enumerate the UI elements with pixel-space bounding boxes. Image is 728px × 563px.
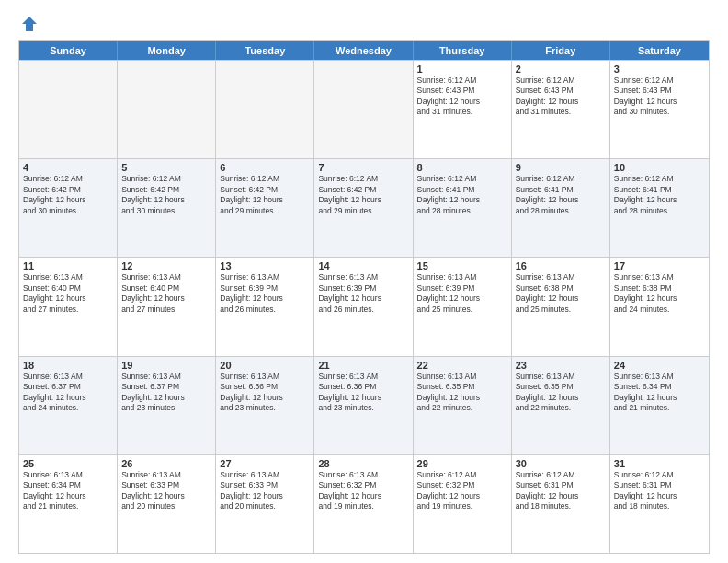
calendar-body: 1Sunrise: 6:12 AM Sunset: 6:43 PM Daylig…	[19, 60, 709, 553]
day-info: Sunrise: 6:12 AM Sunset: 6:32 PM Dayligh…	[417, 470, 507, 512]
page: SundayMondayTuesdayWednesdayThursdayFrid…	[0, 0, 728, 563]
calendar-cell: 18Sunrise: 6:13 AM Sunset: 6:37 PM Dayli…	[19, 357, 118, 454]
header-day-monday: Monday	[118, 41, 216, 60]
calendar-cell: 15Sunrise: 6:13 AM Sunset: 6:39 PM Dayli…	[414, 258, 512, 355]
day-info: Sunrise: 6:13 AM Sunset: 6:35 PM Dayligh…	[417, 372, 507, 414]
day-info: Sunrise: 6:13 AM Sunset: 6:32 PM Dayligh…	[318, 470, 408, 512]
calendar-cell	[19, 61, 118, 158]
calendar-cell	[118, 61, 216, 158]
day-info: Sunrise: 6:13 AM Sunset: 6:37 PM Dayligh…	[121, 372, 211, 414]
day-number: 2	[516, 63, 606, 75]
day-info: Sunrise: 6:13 AM Sunset: 6:40 PM Dayligh…	[121, 272, 211, 315]
logo	[18, 15, 39, 33]
day-number: 6	[220, 162, 310, 173]
day-info: Sunrise: 6:13 AM Sunset: 6:39 PM Dayligh…	[417, 272, 507, 315]
day-number: 23	[516, 360, 606, 371]
header-day-wednesday: Wednesday	[314, 41, 413, 60]
day-number: 18	[23, 360, 113, 371]
calendar-cell: 6Sunrise: 6:12 AM Sunset: 6:42 PM Daylig…	[216, 159, 314, 257]
day-number: 1	[417, 63, 507, 75]
day-number: 9	[516, 162, 606, 173]
calendar-cell: 14Sunrise: 6:13 AM Sunset: 6:39 PM Dayli…	[314, 258, 413, 355]
day-info: Sunrise: 6:12 AM Sunset: 6:43 PM Dayligh…	[516, 75, 606, 118]
day-number: 24	[614, 360, 705, 371]
logo-icon	[20, 15, 39, 33]
calendar-cell: 29Sunrise: 6:12 AM Sunset: 6:32 PM Dayli…	[414, 455, 512, 553]
header-day-tuesday: Tuesday	[216, 41, 314, 60]
day-info: Sunrise: 6:12 AM Sunset: 6:41 PM Dayligh…	[516, 174, 606, 216]
calendar-cell: 12Sunrise: 6:13 AM Sunset: 6:40 PM Dayli…	[118, 258, 216, 355]
calendar: SundayMondayTuesdayWednesdayThursdayFrid…	[18, 40, 710, 554]
day-number: 7	[318, 162, 408, 173]
calendar-cell: 11Sunrise: 6:13 AM Sunset: 6:40 PM Dayli…	[19, 258, 118, 355]
day-info: Sunrise: 6:12 AM Sunset: 6:43 PM Dayligh…	[417, 75, 507, 118]
day-info: Sunrise: 6:12 AM Sunset: 6:43 PM Dayligh…	[614, 75, 705, 118]
day-number: 17	[614, 260, 705, 271]
calendar-cell: 9Sunrise: 6:12 AM Sunset: 6:41 PM Daylig…	[512, 159, 610, 257]
calendar-cell: 16Sunrise: 6:13 AM Sunset: 6:38 PM Dayli…	[512, 258, 610, 355]
day-info: Sunrise: 6:13 AM Sunset: 6:36 PM Dayligh…	[220, 372, 310, 414]
day-number: 3	[614, 63, 705, 75]
day-number: 26	[121, 458, 211, 469]
day-info: Sunrise: 6:13 AM Sunset: 6:36 PM Dayligh…	[318, 372, 408, 414]
day-info: Sunrise: 6:13 AM Sunset: 6:35 PM Dayligh…	[516, 372, 606, 414]
calendar-cell: 1Sunrise: 6:12 AM Sunset: 6:43 PM Daylig…	[414, 61, 512, 158]
calendar-cell: 13Sunrise: 6:13 AM Sunset: 6:39 PM Dayli…	[216, 258, 314, 355]
day-number: 4	[23, 162, 113, 173]
day-info: Sunrise: 6:12 AM Sunset: 6:31 PM Dayligh…	[614, 470, 705, 512]
calendar-cell: 19Sunrise: 6:13 AM Sunset: 6:37 PM Dayli…	[118, 357, 216, 454]
calendar-week-2: 11Sunrise: 6:13 AM Sunset: 6:40 PM Dayli…	[19, 257, 709, 355]
calendar-cell: 25Sunrise: 6:13 AM Sunset: 6:34 PM Dayli…	[19, 455, 118, 553]
day-number: 30	[516, 458, 606, 469]
day-number: 29	[417, 458, 507, 469]
svg-marker-0	[22, 17, 37, 31]
header-day-friday: Friday	[512, 41, 610, 60]
day-info: Sunrise: 6:12 AM Sunset: 6:42 PM Dayligh…	[23, 174, 113, 216]
day-info: Sunrise: 6:12 AM Sunset: 6:41 PM Dayligh…	[417, 174, 507, 216]
day-number: 12	[121, 260, 211, 271]
calendar-cell	[314, 61, 413, 158]
day-number: 15	[417, 260, 507, 271]
day-info: Sunrise: 6:13 AM Sunset: 6:39 PM Dayligh…	[318, 272, 408, 315]
day-info: Sunrise: 6:12 AM Sunset: 6:42 PM Dayligh…	[121, 174, 211, 216]
day-number: 10	[614, 162, 705, 173]
day-number: 5	[121, 162, 211, 173]
calendar-cell: 10Sunrise: 6:12 AM Sunset: 6:41 PM Dayli…	[610, 159, 709, 257]
header	[18, 15, 710, 33]
calendar-cell: 20Sunrise: 6:13 AM Sunset: 6:36 PM Dayli…	[216, 357, 314, 454]
day-info: Sunrise: 6:13 AM Sunset: 6:39 PM Dayligh…	[220, 272, 310, 315]
calendar-week-3: 18Sunrise: 6:13 AM Sunset: 6:37 PM Dayli…	[19, 356, 709, 454]
day-number: 25	[23, 458, 113, 469]
day-info: Sunrise: 6:12 AM Sunset: 6:42 PM Dayligh…	[220, 174, 310, 216]
calendar-cell: 28Sunrise: 6:13 AM Sunset: 6:32 PM Dayli…	[314, 455, 413, 553]
calendar-cell	[216, 61, 314, 158]
day-number: 21	[318, 360, 408, 371]
calendar-week-0: 1Sunrise: 6:12 AM Sunset: 6:43 PM Daylig…	[19, 60, 709, 158]
calendar-cell: 27Sunrise: 6:13 AM Sunset: 6:33 PM Dayli…	[216, 455, 314, 553]
day-info: Sunrise: 6:12 AM Sunset: 6:31 PM Dayligh…	[516, 470, 606, 512]
day-number: 31	[614, 458, 705, 469]
day-info: Sunrise: 6:13 AM Sunset: 6:33 PM Dayligh…	[220, 470, 310, 512]
calendar-week-4: 25Sunrise: 6:13 AM Sunset: 6:34 PM Dayli…	[19, 454, 709, 553]
day-number: 19	[121, 360, 211, 371]
day-number: 13	[220, 260, 310, 271]
calendar-cell: 7Sunrise: 6:12 AM Sunset: 6:42 PM Daylig…	[314, 159, 413, 257]
day-info: Sunrise: 6:13 AM Sunset: 6:34 PM Dayligh…	[614, 372, 705, 414]
calendar-cell: 26Sunrise: 6:13 AM Sunset: 6:33 PM Dayli…	[118, 455, 216, 553]
calendar-cell: 8Sunrise: 6:12 AM Sunset: 6:41 PM Daylig…	[414, 159, 512, 257]
header-day-sunday: Sunday	[19, 41, 118, 60]
day-number: 11	[23, 260, 113, 271]
day-info: Sunrise: 6:13 AM Sunset: 6:40 PM Dayligh…	[23, 272, 113, 315]
calendar-cell: 3Sunrise: 6:12 AM Sunset: 6:43 PM Daylig…	[610, 61, 709, 158]
calendar-week-1: 4Sunrise: 6:12 AM Sunset: 6:42 PM Daylig…	[19, 158, 709, 257]
calendar-cell: 4Sunrise: 6:12 AM Sunset: 6:42 PM Daylig…	[19, 159, 118, 257]
calendar-cell: 2Sunrise: 6:12 AM Sunset: 6:43 PM Daylig…	[512, 61, 610, 158]
header-day-saturday: Saturday	[610, 41, 709, 60]
day-info: Sunrise: 6:13 AM Sunset: 6:33 PM Dayligh…	[121, 470, 211, 512]
calendar-cell: 21Sunrise: 6:13 AM Sunset: 6:36 PM Dayli…	[314, 357, 413, 454]
calendar-cell: 31Sunrise: 6:12 AM Sunset: 6:31 PM Dayli…	[610, 455, 709, 553]
day-number: 28	[318, 458, 408, 469]
day-info: Sunrise: 6:13 AM Sunset: 6:34 PM Dayligh…	[23, 470, 113, 512]
day-info: Sunrise: 6:12 AM Sunset: 6:42 PM Dayligh…	[318, 174, 408, 216]
calendar-cell: 30Sunrise: 6:12 AM Sunset: 6:31 PM Dayli…	[512, 455, 610, 553]
